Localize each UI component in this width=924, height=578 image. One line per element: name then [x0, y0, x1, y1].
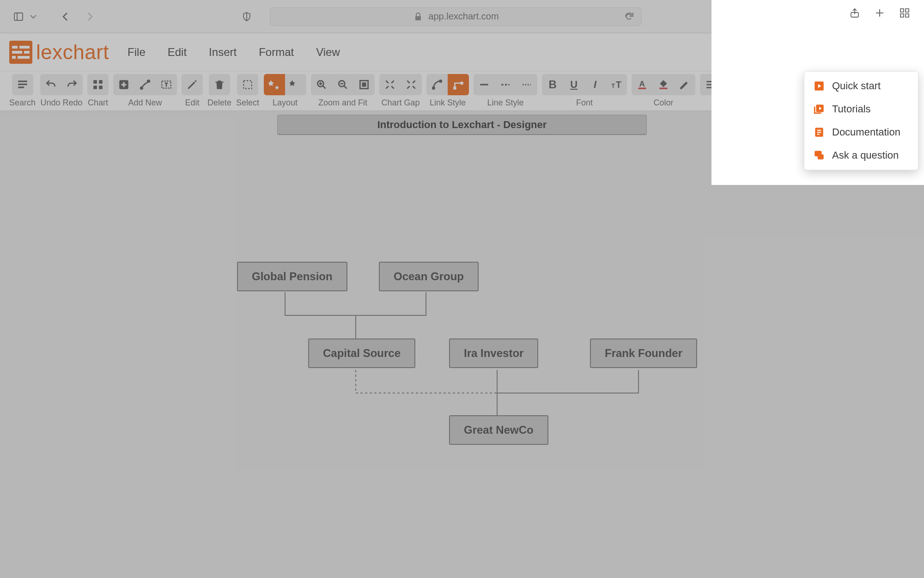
svg-rect-35: [638, 88, 646, 89]
tb-label-chart: Chart: [88, 98, 108, 108]
tb-group-font: B U I TT Font: [542, 74, 627, 108]
help-tutorials[interactable]: Tutorials: [804, 98, 918, 121]
tb-group-undo-redo: Undo Redo: [40, 74, 83, 108]
svg-point-28: [461, 82, 463, 84]
redo-button[interactable]: [61, 74, 83, 95]
help-documentation[interactable]: Documentation: [804, 121, 918, 144]
svg-rect-15: [99, 86, 103, 89]
add-link-button[interactable]: [134, 74, 156, 95]
menu-edit[interactable]: Edit: [168, 46, 187, 59]
line-solid-button[interactable]: [474, 74, 495, 95]
logo[interactable]: lexchart: [9, 41, 109, 64]
delete-button[interactable]: [209, 74, 230, 95]
tb-label-delete: Delete: [207, 98, 231, 108]
menu-insert[interactable]: Insert: [209, 46, 237, 59]
tb-group-edit: Edit: [182, 74, 203, 108]
tb-label-font: Font: [576, 98, 593, 108]
gap-collapse-button[interactable]: [401, 74, 422, 95]
svg-rect-24: [363, 83, 366, 86]
search-button[interactable]: [12, 74, 33, 95]
svg-text:T: T: [611, 82, 615, 89]
video-library-icon: [813, 103, 826, 116]
edit-button[interactable]: [182, 74, 203, 95]
zoom-out-button[interactable]: [332, 74, 353, 95]
menu-file[interactable]: File: [128, 46, 146, 59]
sidebar-toggle-icon[interactable]: [13, 11, 24, 22]
tb-label-layout: Layout: [273, 98, 298, 108]
tb-label-search: Search: [9, 98, 36, 108]
bold-button[interactable]: B: [542, 74, 563, 95]
svg-rect-51: [906, 9, 909, 12]
tb-group-layout: Layout: [264, 74, 306, 108]
svg-point-17: [140, 87, 142, 89]
shield-icon[interactable]: [241, 11, 252, 22]
text-color-button[interactable]: A: [632, 74, 653, 95]
new-tab-icon[interactable]: [874, 7, 885, 18]
tb-group-delete: Delete: [207, 74, 231, 108]
tb-label-edit: Edit: [185, 98, 200, 108]
tb-group-select: Select: [236, 74, 259, 108]
help-tutorials-label: Tutorials: [832, 103, 871, 115]
tb-label-zoom: Zoom and Fit: [318, 98, 367, 108]
help-quick-start-label: Quick start: [832, 80, 881, 92]
auto-layout-button[interactable]: [264, 74, 285, 95]
fill-color-button[interactable]: [653, 74, 674, 95]
svg-rect-9: [18, 80, 27, 82]
manual-layout-button[interactable]: [285, 74, 306, 95]
tb-group-line-style: Line Style: [474, 74, 537, 108]
add-text-button[interactable]: [156, 74, 177, 95]
menubar: File Edit Insert Format View: [128, 46, 340, 59]
svg-rect-0: [14, 13, 23, 20]
help-quick-start[interactable]: Quick start: [804, 74, 918, 98]
line-dashed-button[interactable]: [495, 74, 516, 95]
link-style-curved-button[interactable]: [426, 74, 448, 95]
zoom-in-button[interactable]: [311, 74, 332, 95]
italic-button[interactable]: I: [584, 74, 606, 95]
chart-grid-button[interactable]: [87, 74, 109, 95]
nav-back-icon[interactable]: [60, 11, 71, 22]
tb-label-link-style: Link Style: [430, 98, 466, 108]
select-button[interactable]: [237, 74, 258, 95]
svg-rect-61: [818, 154, 824, 160]
tab-overview-icon[interactable]: [899, 7, 910, 18]
help-ask-question-label: Ask a question: [832, 149, 899, 161]
logo-text: lexchart: [36, 41, 109, 64]
node-capital-source[interactable]: Capital Source: [308, 338, 415, 368]
node-global-pension[interactable]: Global Pension: [237, 262, 347, 291]
undo-button[interactable]: [40, 74, 61, 95]
help-documentation-label: Documentation: [832, 126, 900, 138]
svg-rect-20: [243, 80, 251, 88]
tb-group-color: A Color: [632, 74, 695, 108]
link-style-ortho-button[interactable]: [448, 74, 469, 95]
svg-point-27: [454, 87, 456, 89]
address-bar[interactable]: app.lexchart.com: [270, 7, 642, 26]
tb-label-select: Select: [236, 98, 259, 108]
share-system-icon[interactable]: [849, 7, 860, 18]
tb-group-chart-gap: Chart Gap: [379, 74, 422, 108]
node-frank-founder[interactable]: Frank Founder: [590, 338, 697, 368]
border-color-button[interactable]: [674, 74, 695, 95]
tb-group-chart: Chart: [87, 74, 109, 108]
gap-expand-button[interactable]: [379, 74, 401, 95]
nav-forward-icon: [84, 11, 95, 22]
add-node-button[interactable]: [113, 74, 134, 95]
help-ask-question[interactable]: Ask a question: [804, 144, 918, 167]
menu-view[interactable]: View: [316, 46, 340, 59]
node-ira-investor[interactable]: Ira Investor: [449, 338, 538, 368]
line-dotted-button[interactable]: [516, 74, 537, 95]
chevron-down-icon[interactable]: [28, 11, 39, 22]
tb-group-add-new: Add New: [113, 74, 177, 108]
underline-button[interactable]: U: [563, 74, 584, 95]
url-text: app.lexchart.com: [428, 11, 498, 22]
fit-button[interactable]: [353, 74, 375, 95]
document-title[interactable]: Introduction to Lexchart - Designer: [277, 115, 647, 135]
qa-icon: [813, 149, 826, 162]
reload-icon[interactable]: [624, 11, 635, 22]
text-size-button[interactable]: TT: [606, 74, 627, 95]
tb-label-chart-gap: Chart Gap: [382, 98, 420, 108]
node-great-newco[interactable]: Great NewCo: [449, 415, 548, 445]
menu-format[interactable]: Format: [259, 46, 294, 59]
document-icon: [813, 126, 826, 139]
help-menu: Quick start Tutorials Documentation Ask …: [804, 71, 918, 170]
node-ocean-group[interactable]: Ocean Group: [379, 262, 479, 291]
